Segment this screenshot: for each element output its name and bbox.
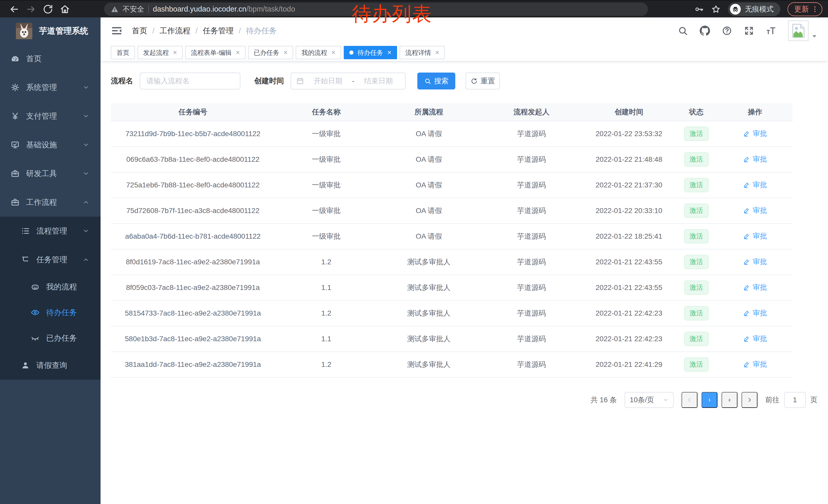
- column-header: 所属流程: [378, 103, 480, 121]
- approve-link[interactable]: 审批: [743, 334, 767, 343]
- approve-link[interactable]: 审批: [743, 154, 767, 164]
- status-badge: 激活: [684, 229, 709, 243]
- cell-initiator: 芋道源码: [480, 198, 583, 224]
- help-icon[interactable]: [722, 26, 732, 36]
- next-page-button[interactable]: [742, 392, 757, 408]
- tab-流程详情[interactable]: 流程详情×: [400, 46, 445, 59]
- chevron-down-icon: [83, 228, 89, 234]
- cell-created: 2022-01-21 22:41:29: [583, 352, 675, 377]
- start-date-placeholder[interactable]: 开始日期: [306, 76, 349, 86]
- search-icon[interactable]: [678, 26, 688, 36]
- forward-icon[interactable]: [26, 4, 36, 14]
- tab-我的流程[interactable]: 我的流程×: [296, 46, 341, 59]
- cell-action: 审批: [717, 172, 793, 198]
- close-icon[interactable]: ×: [331, 49, 335, 56]
- approve-link[interactable]: 审批: [743, 257, 767, 267]
- close-icon[interactable]: ×: [173, 49, 177, 56]
- sidebar-item-研发工具[interactable]: 研发工具: [0, 159, 100, 188]
- tab-首页[interactable]: 首页: [111, 46, 135, 59]
- approve-link[interactable]: 审批: [743, 231, 767, 241]
- cell-id: 580e1b3d-7ac8-11ec-a9e2-a2380e71991a: [111, 326, 275, 352]
- column-header: 状态: [675, 103, 717, 121]
- font-size-icon[interactable]: [766, 26, 776, 36]
- page-button-1[interactable]: 1: [702, 392, 717, 408]
- approve-link[interactable]: 审批: [743, 282, 767, 292]
- close-icon[interactable]: ×: [283, 49, 288, 56]
- browser-menu-icon[interactable]: [811, 5, 819, 13]
- avatar[interactable]: [788, 20, 809, 41]
- tab-发起流程[interactable]: 发起流程×: [137, 46, 182, 59]
- tab-label: 流程表单-编辑: [191, 48, 232, 57]
- cell-id: 8f0d1619-7ac8-11ec-a9e2-a2380e71991a: [111, 249, 275, 275]
- tab-待办任务[interactable]: 待办任务×: [344, 46, 397, 59]
- sidebar-item-我的流程[interactable]: 我的流程: [0, 274, 100, 300]
- sidebar-item-支付管理[interactable]: 支付管理: [0, 102, 100, 131]
- cell-action: 审批: [717, 326, 793, 352]
- process-name-input[interactable]: [140, 73, 240, 89]
- close-icon[interactable]: ×: [387, 49, 391, 56]
- chevron-up-icon: [83, 256, 89, 263]
- sidebar-item-label: 首页: [26, 54, 42, 64]
- cell-status: 激活: [675, 224, 717, 249]
- sidebar-item-请假查询[interactable]: 请假查询: [0, 351, 100, 380]
- reload-icon[interactable]: [43, 4, 53, 14]
- collapse-sidebar-icon[interactable]: [111, 25, 123, 37]
- approve-label: 审批: [753, 334, 767, 343]
- approve-link[interactable]: 审批: [743, 308, 767, 318]
- reset-button[interactable]: 重置: [465, 73, 500, 89]
- fullscreen-icon[interactable]: [744, 26, 754, 36]
- breadcrumb-item[interactable]: 工作流程: [160, 26, 190, 36]
- sidebar-item-系统管理[interactable]: 系统管理: [0, 73, 100, 102]
- tags-view-bar: 首页发起流程×流程表单-编辑×已办任务×我的流程×待办任务×流程详情×: [100, 44, 828, 61]
- logo-row[interactable]: 芋道管理系统: [0, 17, 100, 44]
- page-button-2[interactable]: 2: [721, 392, 738, 408]
- sidebar-item-待办任务[interactable]: 待办任务: [0, 300, 100, 325]
- calendar-icon: [296, 77, 304, 85]
- app-title: 芋道管理系统: [39, 26, 88, 37]
- breadcrumb-item[interactable]: 首页: [132, 26, 147, 36]
- end-date-placeholder[interactable]: 结束日期: [357, 76, 400, 86]
- approve-label: 审批: [753, 257, 767, 267]
- back-icon[interactable]: [9, 4, 19, 14]
- create-time-label: 创建时间: [254, 76, 284, 86]
- cell-action: 审批: [717, 301, 793, 326]
- goto-page-input[interactable]: [784, 392, 806, 408]
- tab-流程表单-编辑[interactable]: 流程表单-编辑×: [185, 46, 245, 59]
- incognito-icon: [730, 4, 741, 15]
- approve-link[interactable]: 审批: [743, 180, 767, 190]
- cell-name: 一级审批: [275, 224, 378, 249]
- sidebar-item-基础设施[interactable]: 基础设施: [0, 131, 100, 159]
- password-key-icon[interactable]: [694, 4, 704, 14]
- list-icon: [21, 227, 30, 235]
- cell-name: 1.2: [275, 301, 378, 326]
- sidebar-item-工作流程[interactable]: 工作流程: [0, 188, 100, 217]
- approve-link[interactable]: 审批: [743, 359, 767, 369]
- column-header: 操作: [717, 103, 793, 121]
- tab-label: 我的流程: [301, 48, 327, 57]
- sidebar-item-首页[interactable]: 首页: [0, 44, 100, 73]
- cell-name: 1.2: [275, 352, 378, 377]
- cell-created: 2022-01-22 21:37:30: [583, 172, 675, 198]
- home-icon[interactable]: [60, 4, 70, 14]
- close-icon[interactable]: ×: [435, 49, 439, 56]
- github-icon[interactable]: [700, 26, 710, 36]
- sidebar-item-任务管理[interactable]: 任务管理: [0, 245, 100, 274]
- approve-link[interactable]: 审批: [743, 205, 767, 215]
- url-separator: [148, 5, 149, 13]
- cell-name: 一级审批: [275, 121, 378, 147]
- approve-link[interactable]: 审批: [743, 129, 767, 138]
- page-size-select[interactable]: 10条/页: [625, 392, 674, 408]
- date-range-picker[interactable]: 开始日期 - 结束日期: [291, 73, 406, 89]
- browser-update-button[interactable]: 更新: [787, 2, 822, 16]
- sidebar-item-已办任务[interactable]: 已办任务: [0, 325, 100, 351]
- prev-page-button[interactable]: [681, 392, 697, 408]
- search-button[interactable]: 搜索: [417, 73, 455, 89]
- avatar-caret-icon[interactable]: [811, 33, 818, 40]
- tab-已办任务[interactable]: 已办任务×: [248, 46, 293, 59]
- close-icon[interactable]: ×: [236, 49, 240, 56]
- bookmark-star-icon[interactable]: [711, 4, 721, 14]
- column-header: 任务编号: [111, 103, 275, 121]
- user-avatar-menu[interactable]: [788, 20, 818, 41]
- sidebar-item-流程管理[interactable]: 流程管理: [0, 217, 100, 245]
- breadcrumb-item[interactable]: 任务管理: [203, 26, 234, 36]
